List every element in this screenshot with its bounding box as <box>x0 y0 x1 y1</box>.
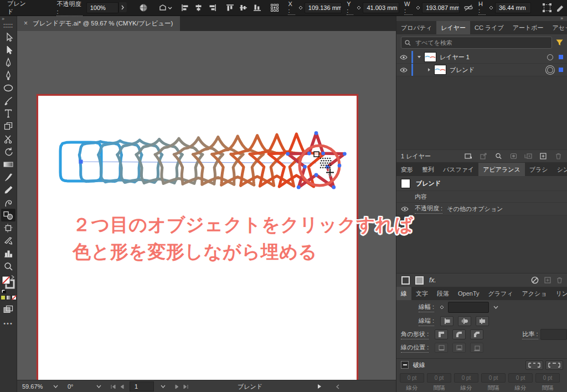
gradient-tool[interactable] <box>1 158 16 171</box>
align-stroke-inside-button[interactable] <box>452 343 466 353</box>
panel-tab-OpenTy[interactable]: OpenTy <box>453 287 484 300</box>
new-layer-icon[interactable] <box>538 152 548 161</box>
panel-tab-アピアランス[interactable]: アピアランス <box>478 163 525 176</box>
align-center-icon[interactable] <box>193 2 204 13</box>
fill-stroke-indicator[interactable] <box>1 275 16 293</box>
dashed-line-checkbox[interactable] <box>401 361 409 369</box>
symbol-sprayer-tool[interactable] <box>1 196 16 209</box>
panel-tab-文字[interactable]: 文字 <box>411 287 432 300</box>
artboard-tool[interactable] <box>1 221 16 234</box>
stroke-width-dropdown-icon[interactable] <box>493 306 498 309</box>
scissors-tool[interactable] <box>1 132 16 145</box>
link-dimensions-icon[interactable] <box>463 2 474 13</box>
x-stepper[interactable] <box>298 6 303 9</box>
clear-appearance-icon[interactable] <box>531 276 539 284</box>
layer-visibility-icon[interactable] <box>396 64 411 76</box>
panel-tab-線[interactable]: 線 <box>396 287 411 300</box>
appearance-opacity-label[interactable]: 不透明度 : <box>415 204 442 214</box>
pen-tool[interactable] <box>1 56 16 69</box>
dash-value-input[interactable]: 0 pt <box>481 373 506 383</box>
dash-value-input[interactable]: 0 pt <box>400 373 424 383</box>
shape-builder-icon[interactable] <box>555 2 566 13</box>
filter-icon[interactable] <box>556 39 563 46</box>
x-input[interactable]: 109.136 mm <box>305 2 342 13</box>
layer-thumbnail[interactable] <box>424 52 436 62</box>
layer-name[interactable]: レイヤー 1 <box>440 53 470 61</box>
canvas-area[interactable] <box>17 31 396 380</box>
zoom-dropdown-icon[interactable] <box>51 382 60 391</box>
align-vcenter-icon[interactable] <box>238 2 249 13</box>
dash-value-input[interactable]: 0 pt <box>427 373 451 383</box>
opacity-input[interactable]: 100% <box>86 2 118 13</box>
panel-tab-ブラシ[interactable]: ブラシ <box>525 163 553 176</box>
dash-value-input[interactable]: 0 pt <box>535 373 560 383</box>
panel-tab-プロパティ[interactable]: プロパティ <box>396 21 436 34</box>
prev-page-icon[interactable] <box>117 382 126 391</box>
corner-miter-button[interactable] <box>435 329 448 339</box>
stroke-width-label[interactable]: 線幅 : <box>419 303 434 312</box>
export-icon[interactable] <box>478 152 488 161</box>
panel-tab-アクショ[interactable]: アクショ <box>518 287 551 300</box>
appearance-opacity-row[interactable]: 不透明度 : その他のオプション <box>396 203 567 215</box>
collect-export-icon[interactable] <box>463 152 473 161</box>
h-stepper[interactable] <box>489 6 493 9</box>
first-page-icon[interactable] <box>109 382 117 391</box>
h-label[interactable]: H : <box>478 1 486 15</box>
panel-tab-アセットの[interactable]: アセットの <box>548 21 567 34</box>
add-new-fill-icon[interactable] <box>415 276 424 285</box>
layers-empty-area[interactable] <box>396 76 567 150</box>
add-new-stroke-icon[interactable] <box>401 276 410 285</box>
corner-round-button[interactable] <box>452 329 466 339</box>
align-stroke-center-button[interactable] <box>435 343 448 353</box>
new-sublayer-icon[interactable] <box>523 152 533 161</box>
opacity-dropdown-icon[interactable] <box>118 2 127 12</box>
toolbar-grip[interactable]: •••••••••• <box>3 23 13 28</box>
dash-value-input[interactable]: 0 pt <box>508 373 533 383</box>
layer-thumbnail[interactable] <box>434 65 446 75</box>
cap-projecting-button[interactable] <box>476 316 489 326</box>
rotation-dropdown-icon[interactable] <box>94 382 103 391</box>
opacity-label[interactable]: 不透明度 : <box>56 0 82 16</box>
toolbar-collapse-icon[interactable]: » <box>0 16 6 22</box>
appearance-opacity-value[interactable]: その他のオプション <box>447 205 503 213</box>
stroke-width-input[interactable] <box>448 302 489 313</box>
search-input[interactable] <box>414 39 548 47</box>
align-dash-button[interactable] <box>545 360 563 370</box>
type-tool[interactable] <box>1 107 16 120</box>
duplicate-item-icon[interactable] <box>544 277 551 283</box>
make-mask-icon[interactable] <box>508 152 518 161</box>
layer-name[interactable]: ブレンド <box>450 66 475 74</box>
w-stepper[interactable] <box>416 6 420 9</box>
eye-icon[interactable] <box>400 55 408 60</box>
ellipse-tool[interactable] <box>1 81 16 94</box>
stroke-width-stepper[interactable] <box>440 306 444 309</box>
document-tab[interactable]: × ブレンドデモ.ai* @ 59.67 % (CMYK/プレビュー) <box>17 16 180 31</box>
preserve-dash-button[interactable] <box>525 360 543 370</box>
align-left-icon[interactable] <box>180 2 191 13</box>
appearance-blend-row[interactable]: ブレンド <box>396 176 567 191</box>
panel-tab-CC ライブ[interactable]: CC ライブ <box>470 21 508 34</box>
transform-icon[interactable] <box>541 2 552 13</box>
rotate-tool[interactable] <box>1 145 16 158</box>
edit-toolbar-icon[interactable]: ••• <box>3 320 13 327</box>
h-input[interactable]: 36.44 mm <box>495 2 532 13</box>
panel-tab-アートボー[interactable]: アートボー <box>508 21 548 34</box>
blend-artwork[interactable] <box>17 31 396 380</box>
cap-butt-button[interactable] <box>440 316 453 326</box>
recolor-artwork-icon[interactable] <box>138 2 149 13</box>
align-right-icon[interactable] <box>207 2 218 13</box>
paintbrush-tool[interactable] <box>1 94 16 107</box>
page-dropdown-icon[interactable] <box>158 382 167 391</box>
x-label[interactable]: X : <box>288 1 295 15</box>
layer-target-icon[interactable] <box>547 54 553 60</box>
panel-tab-パスファイ[interactable]: パスファイ <box>439 163 478 176</box>
column-graph-tool[interactable] <box>1 247 16 260</box>
curvature-tool[interactable] <box>1 69 16 81</box>
layer-expand-icon[interactable] <box>425 68 433 72</box>
status-expand-icon[interactable] <box>333 382 342 391</box>
y-input[interactable]: 41.003 mm <box>363 2 399 13</box>
zoom-tool[interactable] <box>1 260 16 272</box>
blend-tool[interactable] <box>1 209 16 221</box>
rotation-value[interactable]: 0° <box>68 383 84 390</box>
panel-tab-グラフィ[interactable]: グラフィ <box>484 287 518 300</box>
